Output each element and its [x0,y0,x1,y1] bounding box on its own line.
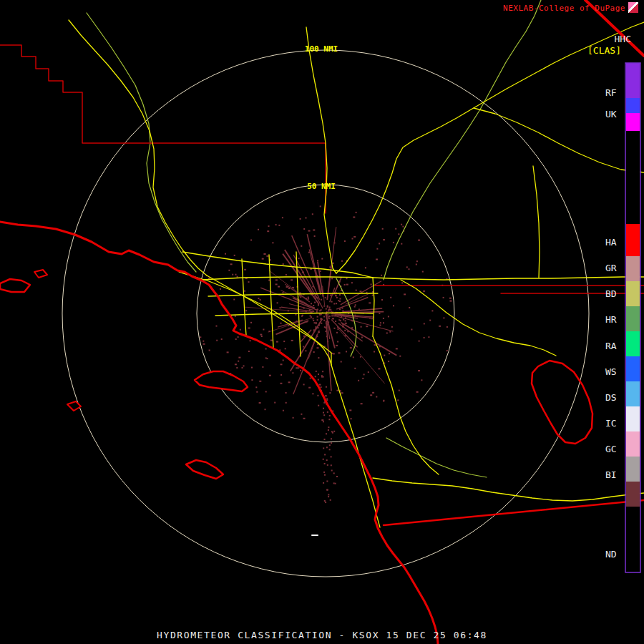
road-branch-east [474,108,644,172]
legend-segment-ha [626,224,640,256]
legend-label-gr: GR [605,263,617,273]
road-395-north [306,27,336,273]
legend-segment-bd [626,281,640,306]
island-catalina [195,371,248,391]
road-i10-east [373,277,644,280]
legend-segment-ws [626,356,640,381]
product-code: HHC [615,34,631,44]
island-san-clemente [186,460,223,479]
legend-label-bd: BD [605,288,617,299]
legend-segment [626,131,640,224]
legend-label-ws: WS [605,366,617,377]
legend-label-ha: HA [605,237,617,248]
legend-label-hr: HR [605,314,617,325]
brand-text: NEXLAB-College of DuPage [503,4,625,13]
product-tag: [CLAS] [587,45,621,56]
legend-segment-nd [626,507,640,572]
island-santa-barbara [67,401,81,411]
echo-layer [200,205,452,503]
legend-segment [626,482,640,507]
legend-label-ds: DS [605,392,617,403]
road-ca79-south [373,336,439,474]
road-cajon-ne [336,22,644,273]
legend-segment-hr [626,306,640,331]
legend-segment [626,98,640,113]
legend-segment-uk [626,113,640,131]
legend-segment-ra [626,331,640,356]
island-left-2 [34,270,47,278]
radar-echoes [200,205,452,503]
salton-sea [532,361,592,444]
road-ca14-nw [69,20,207,275]
legend-segment-rf [626,63,640,98]
road-right-vert [533,166,540,278]
range-label-50nmi: 50 NMI [307,182,336,191]
radar-display: 50 NMI100 NMI RFUKHAGRBDHRRAWSDSICGCBIND… [0,0,644,644]
legend-label-ic: IC [605,418,617,429]
range-label-100nmi: 100 NMI [305,44,338,54]
river-aqueduct [87,13,196,272]
legend-segment-ic [626,406,640,431]
mexico-border [384,500,644,525]
legend-label-nd: ND [605,549,617,560]
legend-label-uk: UK [605,109,617,119]
road-i5-south [331,365,380,527]
color-legend: RFUKHAGRBDHRRAWSDSICGCBIND [605,63,640,572]
legend-segment-bi [626,457,640,482]
product-title: HYDROMETEOR CLASSIFICATION - KSOX 15 DEC… [0,630,644,640]
road-east-vert [373,278,374,336]
legend-segment-gr [626,256,640,281]
island-left-1 [0,279,30,292]
legend-segment-gc [626,431,640,457]
road-i8-east [373,478,644,501]
map-features [0,0,644,644]
river-san-diego [386,438,487,477]
county-line-northwest [0,45,326,213]
legend-label-ra: RA [605,341,617,351]
legend-label-gc: GC [605,444,617,454]
road-grid-v2 [269,255,273,348]
legend-label-rf: RF [605,87,617,98]
road-grid-h2 [208,293,378,296]
river-mojave [384,0,541,280]
legend-segment-ds [626,381,640,406]
cod-logo-icon [628,2,638,13]
radar-map: 50 NMI100 NMI RFUKHAGRBDHRRAWSDSICGCBIND [0,0,644,644]
legend-label-bi: BI [605,469,617,480]
